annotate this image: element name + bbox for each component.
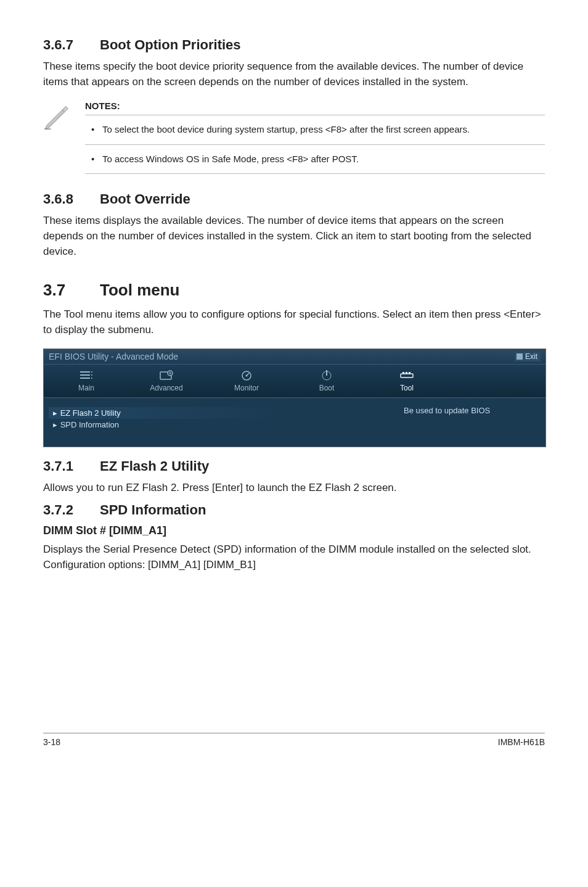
heading-title: Tool menu <box>100 281 180 300</box>
svg-point-4 <box>91 374 92 376</box>
svg-rect-12 <box>402 372 404 374</box>
bios-help-text: Be used to update BIOS <box>398 398 545 447</box>
section-body: These items displays the available devic… <box>43 213 545 259</box>
svg-rect-14 <box>409 372 410 374</box>
notes-block: NOTES: To select the boot device during … <box>43 101 545 178</box>
notes-label: NOTES: <box>85 101 545 111</box>
heading-title: SPD Information <box>100 502 206 518</box>
main-icon <box>59 368 114 382</box>
svg-rect-13 <box>406 372 407 374</box>
bios-tab-boot[interactable]: Boot <box>299 368 354 392</box>
tab-label: Main <box>59 384 114 392</box>
heading-title: EZ Flash 2 Utility <box>100 458 209 474</box>
tab-label: Advanced <box>139 384 194 392</box>
heading-num: 3.6.7 <box>43 37 100 53</box>
bios-header-title: EFI BIOS Utility - Advanced Mode <box>49 352 515 361</box>
bios-tab-tool[interactable]: Tool <box>379 368 435 392</box>
heading-title: Boot Option Priorities <box>100 37 241 53</box>
advanced-icon <box>139 368 194 382</box>
heading-num: 3.7 <box>43 281 100 300</box>
footer-product: IMBM-H61B <box>498 737 545 747</box>
monitor-icon <box>219 368 274 382</box>
svg-rect-0 <box>80 371 90 373</box>
note-item: To access Windows OS in Safe Mode, press… <box>85 149 545 170</box>
subheading: DIMM Slot # [DIMM_A1] <box>43 524 545 537</box>
note-item: To select the boot device during system … <box>85 119 545 141</box>
tab-label: Monitor <box>219 384 274 392</box>
bios-item-label: EZ Flash 2 Utility <box>60 408 121 418</box>
svg-point-3 <box>91 371 92 373</box>
bios-menu-ez-flash[interactable]: ▸ EZ Flash 2 Utility <box>49 407 275 419</box>
tab-label: Tool <box>379 384 435 392</box>
tab-label: Boot <box>299 384 354 392</box>
bios-exit-label: Exit <box>525 352 537 361</box>
bios-tab-monitor[interactable]: Monitor <box>219 368 274 392</box>
exit-icon <box>517 353 523 360</box>
section-body: The Tool menu items allow you to configu… <box>43 307 545 337</box>
section-body: Displays the Serial Presence Detect (SPD… <box>43 542 545 572</box>
arrow-icon: ▸ <box>52 420 58 429</box>
heading-num: 3.7.1 <box>43 458 100 474</box>
arrow-icon: ▸ <box>52 408 58 418</box>
bios-item-label: SPD Information <box>60 420 119 429</box>
heading-num: 3.7.2 <box>43 502 100 518</box>
tool-icon <box>379 368 435 382</box>
bios-screenshot: EFI BIOS Utility - Advanced Mode Exit Ma… <box>43 349 546 447</box>
bios-menu-spd[interactable]: ▸ SPD Information <box>52 419 389 431</box>
bios-tab-main[interactable]: Main <box>59 368 114 392</box>
pen-icon <box>43 101 73 133</box>
section-body: These items specify the boot device prio… <box>43 59 545 89</box>
svg-point-9 <box>246 375 248 377</box>
svg-rect-11 <box>401 374 413 377</box>
section-body: Allows you to run EZ Flash 2. Press [Ent… <box>43 481 545 496</box>
boot-icon <box>299 368 354 382</box>
svg-point-5 <box>91 377 92 379</box>
svg-rect-1 <box>80 374 90 376</box>
footer-page-number: 3-18 <box>43 737 60 747</box>
bios-exit-button[interactable]: Exit <box>515 352 541 361</box>
svg-rect-2 <box>80 377 90 379</box>
heading-title: Boot Override <box>100 191 190 207</box>
bios-tab-advanced[interactable]: Advanced <box>139 368 194 392</box>
heading-num: 3.6.8 <box>43 191 100 207</box>
